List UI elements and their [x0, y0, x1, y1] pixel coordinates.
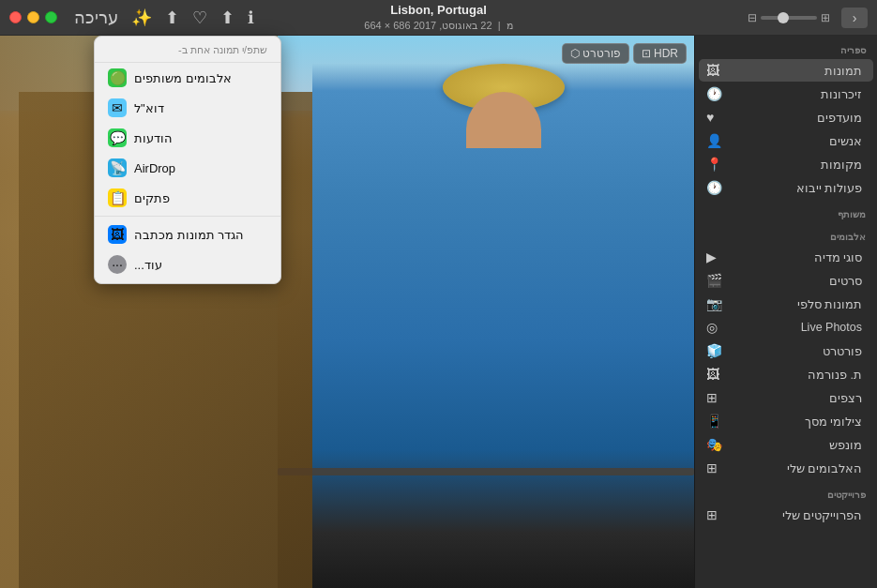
dropdown-overlay: שתפ/י תמונה אחת ב- אלבומים משותפים 🟢 דוא…: [94, 36, 281, 284]
maximize-button[interactable]: [45, 11, 57, 23]
sidebar-item-places[interactable]: מקומות 📍: [699, 153, 873, 175]
photo-meta: 664 × 686 מ | 22 באוגוסט, 2017: [364, 19, 512, 32]
sidebar-section-library: ספריה: [695, 36, 877, 58]
mail-icon: ✉: [108, 98, 127, 117]
share-button[interactable]: ⬆: [161, 6, 183, 30]
favorite-button[interactable]: ♡: [189, 6, 211, 30]
sidebar-item-selfies[interactable]: תמונות סלפי 📷: [699, 293, 873, 315]
edit-button[interactable]: עריכה: [70, 6, 122, 30]
notes-icon: 📋: [108, 188, 127, 207]
set-wallpaper-icon: 🖼: [108, 225, 127, 244]
titlebar-right: ⊟ ⊞ ›: [748, 8, 868, 28]
favorites-icon: ♥: [706, 110, 714, 125]
portrait-button[interactable]: ⬡ פורטרט: [562, 43, 629, 64]
airdrop-icon: 📡: [108, 158, 127, 177]
photos-icon: 🖼: [706, 63, 719, 78]
videos-icon: 🎬: [706, 273, 722, 288]
dropdown-item-shared-albums[interactable]: אלבומים משותפים 🟢: [95, 63, 280, 93]
sidebar-item-media-types[interactable]: סוגי מדיה ▶: [699, 246, 873, 268]
media-types-icon: ▶: [706, 249, 717, 264]
enhance-button[interactable]: ✨: [128, 6, 156, 30]
minimize-button[interactable]: [27, 11, 39, 23]
sidebar-section-shared: משותף: [695, 200, 877, 222]
bursts-icon: ⊞: [706, 390, 718, 405]
sidebar-section-projects: פרוייקטים: [695, 480, 877, 503]
zoom-in-icon: ⊞: [821, 11, 830, 24]
sidebar-item-favorites[interactable]: מועדפים ♥: [699, 106, 873, 128]
dropdown-separator: [95, 216, 280, 217]
portrait-album-icon: 🧊: [706, 343, 722, 358]
sidebar-item-panorama[interactable]: ת. פנורמה 🖼: [699, 363, 873, 385]
sidebar-item-my-projects[interactable]: הפרוייקטים שלי ⊞: [699, 504, 873, 526]
titlebar-left: עריכה ✨ ⬆ ♡ ⬆ ℹ: [9, 6, 258, 30]
panorama-icon: 🖼: [706, 367, 719, 382]
sidebar-item-my-albums[interactable]: האלבומים שלי ⊞: [699, 457, 873, 479]
dropdown-item-airdrop[interactable]: AirDrop 📡: [95, 153, 280, 183]
sidebar-section-albums: אלבומים: [695, 222, 877, 245]
woman-dress: [312, 36, 694, 588]
zoom-thumb[interactable]: [778, 12, 789, 23]
sidebar-item-animated[interactable]: מונפש 🎭: [699, 433, 873, 456]
dropdown-item-more[interactable]: עוד... ···: [95, 249, 280, 279]
shared-albums-icon: 🟢: [108, 68, 127, 87]
share-dropdown: שתפ/י תמונה אחת ב- אלבומים משותפים 🟢 דוא…: [94, 36, 281, 284]
export-button[interactable]: ⬆: [217, 6, 238, 30]
places-icon: 📍: [706, 157, 722, 172]
screenshots-icon: 📱: [706, 414, 722, 429]
photo-overlay-buttons: ⬡ פורטרט ⊡ HDR: [562, 43, 687, 64]
selfies-icon: 📷: [706, 296, 722, 311]
imports-icon: 🕐: [706, 180, 722, 195]
location-title: Lisbon, Portugal: [364, 3, 512, 19]
sidebar-item-people[interactable]: אנשים 👤: [699, 129, 873, 152]
messages-icon: 💬: [108, 128, 127, 147]
sidebar-item-videos[interactable]: סרטים 🎬: [699, 269, 873, 292]
sidebar-item-bursts[interactable]: רצפים ⊞: [699, 386, 873, 409]
balcony-rail: [278, 468, 694, 475]
titlebar-center: Lisbon, Portugal 664 × 686 מ | 22 באוגוס…: [364, 3, 512, 32]
people-icon: 👤: [706, 133, 722, 148]
zoom-control[interactable]: ⊟ ⊞: [748, 11, 830, 24]
titlebar: עריכה ✨ ⬆ ♡ ⬆ ℹ Lisbon, Portugal 664 × 6…: [0, 0, 877, 36]
sidebar-item-screenshots[interactable]: צילומי מסך 📱: [699, 410, 873, 432]
traffic-lights: [9, 11, 57, 23]
more-icon: ···: [108, 255, 127, 274]
dropdown-item-mail[interactable]: דוא"ל ✉: [95, 93, 280, 123]
sidebar-item-live-photos[interactable]: Live Photos ◎: [699, 316, 873, 339]
sidebar: ספריה תמונות 🖼 זיכרונות 🕐 מועדפים ♥ אנשי…: [694, 36, 877, 588]
zoom-slider[interactable]: [761, 16, 817, 20]
sidebar-item-photos[interactable]: תמונות 🖼: [699, 59, 873, 82]
dropdown-item-set-wallpaper[interactable]: הגדר תמונות מכתבה 🖼: [95, 219, 280, 249]
sidebar-item-memories[interactable]: זיכרונות 🕐: [699, 83, 873, 105]
sidebar-item-portrait[interactable]: פורטרט 🧊: [699, 339, 873, 362]
sidebar-item-imports[interactable]: פעולות ייבוא 🕐: [699, 176, 873, 199]
my-projects-icon: ⊞: [706, 507, 718, 522]
live-photos-icon: ◎: [706, 320, 718, 335]
my-albums-icon: ⊞: [706, 460, 718, 475]
hdr-button[interactable]: ⊡ HDR: [633, 43, 687, 64]
next-photo-button[interactable]: ›: [841, 8, 868, 28]
dropdown-item-notes[interactable]: פתקים 📋: [95, 183, 280, 213]
animated-icon: 🎭: [706, 437, 722, 452]
dropdown-item-messages[interactable]: הודעות 💬: [95, 123, 280, 153]
zoom-out-icon: ⊟: [748, 11, 757, 24]
dropdown-header: שתפ/י תמונה אחת ב-: [95, 40, 280, 63]
portrait-icon: ⬡: [570, 47, 580, 60]
info-button[interactable]: ℹ: [244, 6, 258, 30]
close-button[interactable]: [9, 11, 22, 23]
hdr-icon: ⊡: [642, 47, 651, 60]
memories-icon: 🕐: [706, 86, 722, 101]
